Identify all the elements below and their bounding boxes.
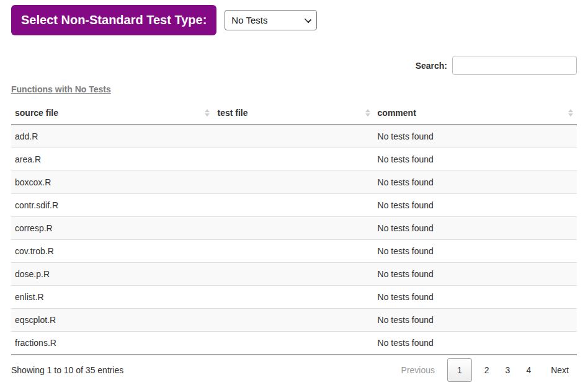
table-row[interactable]: boxcox.R No tests found [11,171,577,194]
pagination-page-1[interactable]: 1 [447,358,472,382]
cell-comment: No tests found [374,286,577,309]
col-header-comment[interactable]: comment [374,102,577,125]
cell-source-file: cov.trob.R [11,240,213,263]
cell-comment: No tests found [374,332,577,355]
cell-test-file [213,332,373,355]
cell-source-file: eqscplot.R [11,309,213,332]
cell-source-file: contr.sdif.R [11,194,213,217]
test-type-control: Select Non-Standard Test Type: No Tests [11,5,577,35]
cell-source-file: dose.p.R [11,263,213,286]
cell-source-file: enlist.R [11,286,213,309]
cell-test-file [213,309,373,332]
table-row[interactable]: dose.p.R No tests found [11,263,577,286]
col-header-test-file[interactable]: test file [213,102,373,125]
col-header-comment-label: comment [378,108,416,118]
search-input[interactable] [452,56,577,75]
cell-comment: No tests found [374,148,577,171]
cell-comment: No tests found [374,194,577,217]
cell-source-file: boxcox.R [11,171,213,194]
table-footer: Showing 1 to 10 of 35 entries Previous 1… [11,358,577,382]
col-header-source-file[interactable]: source file [11,102,213,125]
cell-test-file [213,148,373,171]
search-bar: Search: [11,56,577,75]
cell-test-file [213,240,373,263]
cell-test-file [213,286,373,309]
table-info: Showing 1 to 10 of 35 entries [11,365,123,375]
cell-comment: No tests found [374,125,577,148]
cell-comment: No tests found [374,263,577,286]
cell-test-file [213,125,373,148]
pagination-page-2[interactable]: 2 [476,359,497,381]
pagination-page-4[interactable]: 4 [518,359,539,381]
sort-icon [365,109,370,117]
pagination-page-3[interactable]: 3 [497,359,519,381]
table-row[interactable]: area.R No tests found [11,148,577,171]
table-row[interactable]: cov.trob.R No tests found [11,240,577,263]
cell-source-file: corresp.R [11,217,213,240]
test-type-select[interactable]: No Tests [225,10,317,30]
cell-comment: No tests found [374,240,577,263]
table-row[interactable]: fractions.R No tests found [11,332,577,355]
cell-source-file: add.R [11,125,213,148]
test-type-label: Select Non-Standard Test Type: [11,5,216,35]
pagination-previous[interactable]: Previous [393,359,443,381]
test-type-select-wrap: No Tests [225,10,317,30]
pagination-next[interactable]: Next [543,359,577,381]
cell-source-file: fractions.R [11,332,213,355]
col-header-source-file-label: source file [15,108,58,118]
search-label: Search: [416,61,447,71]
section-link-functions-no-tests[interactable]: Functions with No Tests [11,84,111,94]
sort-icon [205,109,210,117]
cell-comment: No tests found [374,217,577,240]
cell-test-file [213,217,373,240]
table-row[interactable]: corresp.R No tests found [11,217,577,240]
col-header-test-file-label: test file [217,108,247,118]
cell-comment: No tests found [374,309,577,332]
cell-test-file [213,263,373,286]
pagination: Previous 1 2 3 4 Next [393,358,577,382]
table-row[interactable]: contr.sdif.R No tests found [11,194,577,217]
cell-test-file [213,171,373,194]
table-row[interactable]: add.R No tests found [11,125,577,148]
results-table: source file test file comment add.R No t… [11,102,577,355]
cell-comment: No tests found [374,171,577,194]
table-header-row: source file test file comment [11,102,577,125]
table-row[interactable]: eqscplot.R No tests found [11,309,577,332]
table-row[interactable]: enlist.R No tests found [11,286,577,309]
cell-source-file: area.R [11,148,213,171]
cell-test-file [213,194,373,217]
sort-icon [568,109,573,117]
